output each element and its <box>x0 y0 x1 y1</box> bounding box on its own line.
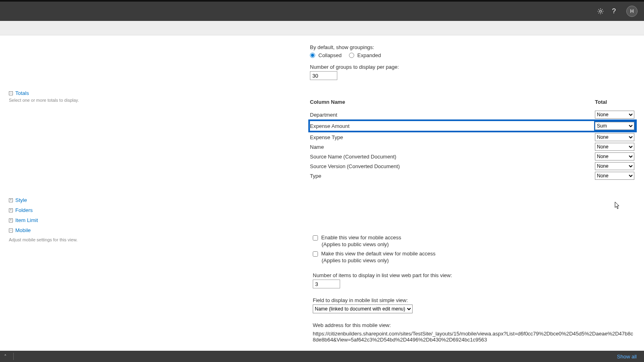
section-mobile-label: Mobile <box>15 227 31 233</box>
suite-bar: ? H <box>0 2 644 21</box>
bottom-bar: ˄ Show all <box>0 351 644 362</box>
total-select-department[interactable]: None <box>595 111 634 119</box>
section-item-limit-label: Item Limit <box>15 217 38 223</box>
total-select-type[interactable]: None <box>595 172 634 180</box>
table-row: Source Name (Converted Document) None <box>310 152 635 161</box>
table-row: Type None <box>310 171 635 181</box>
default-mobile-label: Make this view the default view for mobi… <box>321 251 436 257</box>
radio-collapsed[interactable] <box>310 53 315 58</box>
table-row: Source Version (Converted Document) None <box>310 161 635 171</box>
chevron-up-icon[interactable]: ˄ <box>2 354 9 360</box>
column-header-name: Column Name <box>310 99 595 105</box>
radio-expanded[interactable] <box>349 53 354 58</box>
total-select-name[interactable]: None <box>595 143 634 151</box>
default-mobile-note: (Applies to public views only) <box>322 257 635 263</box>
collapse-icon: − <box>9 91 13 95</box>
enable-mobile-note: (Applies to public views only) <box>322 241 635 247</box>
section-folders-toggle[interactable]: + Folders <box>9 207 78 213</box>
mobile-field-select[interactable]: Name (linked to document with edit menu) <box>313 304 413 313</box>
collapse-icon: − <box>9 228 13 232</box>
mobile-items-input[interactable] <box>313 280 340 288</box>
total-select-expense-amount[interactable]: Sum <box>595 122 634 130</box>
groupcount-input[interactable] <box>310 71 337 80</box>
expand-icon: + <box>9 208 13 212</box>
divider <box>13 353 14 360</box>
expand-icon: + <box>9 218 13 222</box>
groupings-label: By default, show groupings: <box>310 44 374 50</box>
table-row-highlighted: Expense Amount Sum <box>310 121 635 131</box>
total-select-source-name[interactable]: None <box>595 152 634 160</box>
mobile-url: https://citizenbuilders.sharepoint.com/s… <box>313 331 635 343</box>
avatar[interactable]: H <box>626 6 638 17</box>
table-row: Department None <box>310 110 635 119</box>
checkbox-enable-mobile[interactable] <box>313 235 318 241</box>
radio-expanded-label: Expanded <box>357 52 381 58</box>
enable-mobile-label: Enable this view for mobile access <box>321 234 401 241</box>
gear-icon[interactable] <box>597 8 604 15</box>
total-select-expense-type[interactable]: None <box>595 133 634 141</box>
mobile-url-label: Web address for this mobile view: <box>313 322 635 328</box>
help-icon[interactable]: ? <box>612 7 616 15</box>
section-item-limit-toggle[interactable]: + Item Limit <box>9 217 78 223</box>
section-style-toggle[interactable]: + Style <box>9 197 78 203</box>
svg-point-0 <box>599 10 601 12</box>
expand-icon: + <box>9 198 13 202</box>
section-mobile-desc: Adjust mobile settings for this view. <box>9 237 78 242</box>
section-mobile-toggle[interactable]: − Mobile <box>9 227 78 233</box>
mobile-items-label: Number of items to display in list view … <box>313 272 635 278</box>
groupcount-label: Number of groups to display per page: <box>310 64 399 70</box>
radio-collapsed-label: Collapsed <box>318 52 342 58</box>
column-header-total: Total <box>595 99 635 105</box>
totals-table: Column Name Total Department None Expens… <box>310 99 635 181</box>
table-row: Name None <box>310 142 635 152</box>
show-all-link[interactable]: Show all <box>617 354 642 360</box>
section-folders-label: Folders <box>15 207 33 213</box>
section-style-label: Style <box>15 197 27 203</box>
section-totals-label: Totals <box>15 90 29 96</box>
total-select-source-version[interactable]: None <box>595 162 634 170</box>
ribbon-bar <box>0 21 644 35</box>
checkbox-default-mobile[interactable] <box>313 251 318 257</box>
group-by-section: By default, show groupings: Collapsed Ex… <box>310 44 399 80</box>
section-totals-desc: Select one or more totals to display. <box>9 98 142 103</box>
section-totals-toggle[interactable]: − Totals <box>9 90 142 96</box>
table-row: Expense Type None <box>310 132 635 142</box>
mobile-settings: Enable this view for mobile access (Appl… <box>313 234 635 343</box>
mobile-field-label: Field to display in mobile list simple v… <box>313 297 635 303</box>
